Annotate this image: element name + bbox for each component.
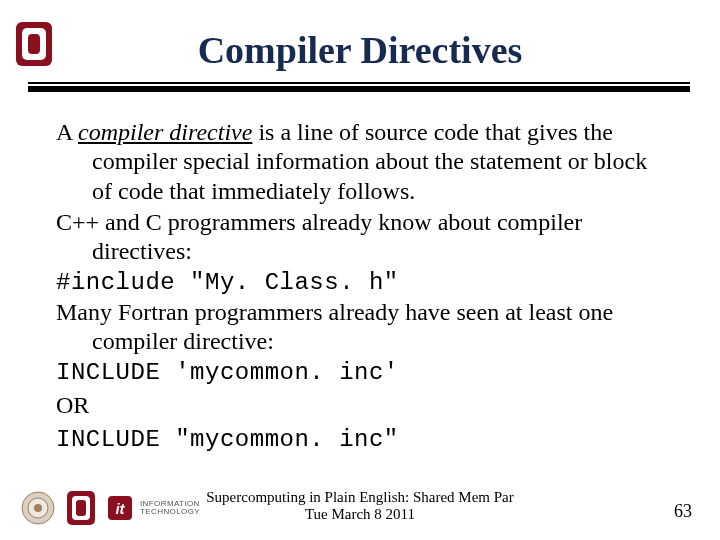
page-number: 63 bbox=[674, 501, 692, 522]
paragraph-cpp-intro: C++ and C programmers already know about… bbox=[56, 208, 664, 267]
footer-caption: Supercomputing in Plain English: Shared … bbox=[0, 489, 720, 524]
footer-line2: Tue March 8 2011 bbox=[0, 506, 720, 524]
code-include-fortran-double: INCLUDE "mycommon. inc" bbox=[56, 425, 664, 454]
footer-line1: Supercomputing in Plain English: Shared … bbox=[0, 489, 720, 507]
slide-title: Compiler Directives bbox=[0, 28, 720, 72]
code-include-fortran-single: INCLUDE 'mycommon. inc' bbox=[56, 358, 664, 387]
slide-root: Compiler Directives A compiler directive… bbox=[0, 0, 720, 540]
term-compiler-directive: compiler directive bbox=[78, 119, 252, 145]
text-or: OR bbox=[56, 391, 664, 420]
code-include-cpp: #include "My. Class. h" bbox=[56, 268, 664, 297]
slide-body: A compiler directive is a line of source… bbox=[56, 118, 664, 454]
paragraph-definition: A compiler directive is a line of source… bbox=[56, 118, 664, 206]
title-rule-thick bbox=[28, 86, 690, 92]
title-rule-thin bbox=[28, 82, 690, 84]
p1-lead: A bbox=[56, 119, 78, 145]
paragraph-fortran-intro: Many Fortran programmers already have se… bbox=[56, 298, 664, 357]
